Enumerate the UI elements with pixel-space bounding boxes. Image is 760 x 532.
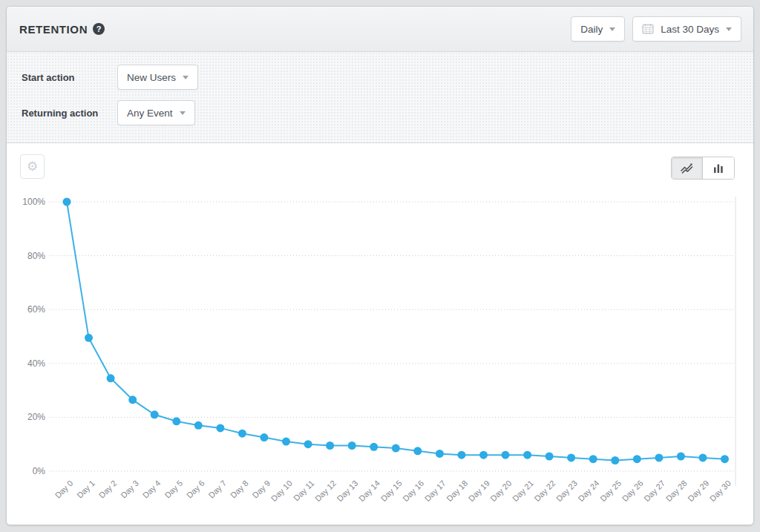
x-axis-tick-label: Day 8 [229, 479, 250, 500]
x-axis-tick-label: Day 28 [664, 479, 689, 503]
data-point [304, 440, 312, 448]
start-action-dropdown[interactable]: New Users [117, 65, 198, 90]
x-axis-tick-label: Day 13 [335, 479, 359, 503]
data-point [655, 453, 663, 462]
data-point [194, 421, 203, 430]
data-point [238, 430, 246, 438]
calendar-icon [642, 23, 654, 34]
chevron-down-icon [183, 76, 189, 79]
data-point [699, 453, 707, 462]
returning-action-label: Returning action [22, 108, 117, 119]
y-gridlines: 100%80%60%40%20%0% [22, 197, 736, 476]
data-point [546, 453, 554, 461]
x-axis-tick-label: Day 22 [532, 479, 557, 503]
help-icon[interactable]: ? [93, 23, 105, 35]
returning-action-row: Returning action Any Event [22, 100, 753, 125]
y-axis-tick-label: 20% [27, 412, 45, 422]
x-axis-tick-label: Day 4 [141, 479, 163, 500]
data-point [172, 417, 180, 425]
interval-dropdown[interactable]: Daily [571, 16, 625, 42]
data-point [436, 450, 444, 458]
date-range-dropdown[interactable]: Last 30 Days [632, 16, 741, 42]
x-axis-labels: Day 0Day 1Day 2Day 3Day 4Day 5Day 6Day 7… [53, 479, 733, 503]
data-point [151, 410, 159, 418]
returning-action-dropdown[interactable]: Any Event [117, 100, 195, 125]
x-axis-tick-label: Day 10 [269, 479, 294, 503]
header: RETENTION ? Daily [7, 7, 753, 52]
retention-report-card: RETENTION ? Daily [6, 6, 754, 525]
x-axis-tick-label: Day 11 [292, 479, 316, 503]
x-axis-tick-label: Day 2 [97, 479, 119, 500]
start-action-row: Start action New Users [22, 65, 753, 90]
data-point [413, 447, 422, 455]
x-axis-tick-label: Day 18 [445, 479, 469, 503]
returning-action-value: Any Event [127, 108, 173, 119]
x-axis-tick-label: Day 5 [163, 479, 184, 500]
retention-line [67, 202, 725, 461]
data-point [589, 455, 597, 463]
x-axis-tick-label: Day 12 [313, 479, 338, 503]
data-point [567, 453, 575, 462]
y-axis-tick-label: 60% [27, 304, 45, 315]
x-axis-tick-label: Day 14 [357, 479, 381, 503]
x-axis-tick-label: Day 29 [686, 479, 710, 503]
data-point [260, 433, 268, 441]
data-point [107, 374, 115, 382]
x-axis-tick-label: Day 15 [379, 479, 404, 503]
chart-panel: ⚙ 100%80%60%40%20%0%Day 0Day 1Day 2Day 3… [7, 143, 753, 525]
filters-section: Start action New Users Returning action … [7, 52, 753, 143]
x-axis-tick-label: Day 1 [75, 479, 96, 500]
data-point [502, 451, 510, 459]
x-axis-tick-label: Day 0 [53, 479, 75, 500]
x-axis-tick-label: Day 7 [206, 479, 228, 500]
data-point [370, 443, 378, 451]
data-point [457, 451, 465, 459]
data-point [721, 455, 729, 463]
data-points [63, 198, 730, 465]
chevron-down-icon [180, 111, 186, 115]
data-point [611, 456, 619, 464]
x-axis-tick-label: Day 3 [119, 479, 140, 500]
start-action-label: Start action [22, 72, 117, 83]
retention-line-chart: 100%80%60%40%20%0%Day 0Day 1Day 2Day 3Da… [7, 143, 753, 525]
data-point [63, 198, 71, 206]
page-title: RETENTION [19, 23, 88, 36]
start-action-value: New Users [127, 72, 176, 83]
x-axis-tick-label: Day 20 [488, 479, 513, 503]
data-point [677, 453, 685, 461]
data-point [326, 441, 334, 450]
x-axis-tick-label: Day 26 [620, 479, 645, 503]
data-point [216, 424, 224, 432]
y-axis-tick-label: 100% [22, 197, 45, 207]
data-point [392, 444, 400, 453]
data-point [282, 438, 290, 446]
header-controls: Daily Last 30 Days [571, 16, 741, 42]
chevron-down-icon [609, 27, 615, 31]
x-axis-tick-label: Day 19 [467, 479, 491, 503]
chevron-down-icon [726, 27, 732, 31]
data-point [85, 334, 93, 342]
x-axis-tick-label: Day 6 [185, 479, 206, 500]
date-range-dropdown-value: Last 30 Days [661, 24, 719, 35]
y-axis-tick-label: 40% [27, 358, 45, 369]
interval-dropdown-value: Daily [580, 24, 603, 35]
data-point [479, 451, 488, 459]
data-point [633, 455, 641, 463]
y-axis-tick-label: 80% [27, 251, 45, 261]
y-axis-tick-label: 0% [33, 466, 46, 476]
data-point [348, 441, 356, 450]
x-axis-tick-label: Day 24 [576, 479, 600, 503]
x-axis-tick-label: Day 23 [554, 479, 579, 503]
x-axis-tick-label: Day 30 [708, 479, 733, 503]
x-axis-tick-label: Day 16 [401, 479, 425, 503]
x-axis-tick-label: Day 21 [511, 479, 535, 503]
data-point [128, 395, 137, 404]
x-axis-tick-label: Day 17 [423, 479, 448, 503]
x-axis-tick-label: Day 25 [598, 479, 623, 503]
data-point [523, 451, 531, 459]
title-wrap: RETENTION ? [19, 23, 105, 36]
x-axis-tick-label: Day 27 [642, 479, 666, 503]
